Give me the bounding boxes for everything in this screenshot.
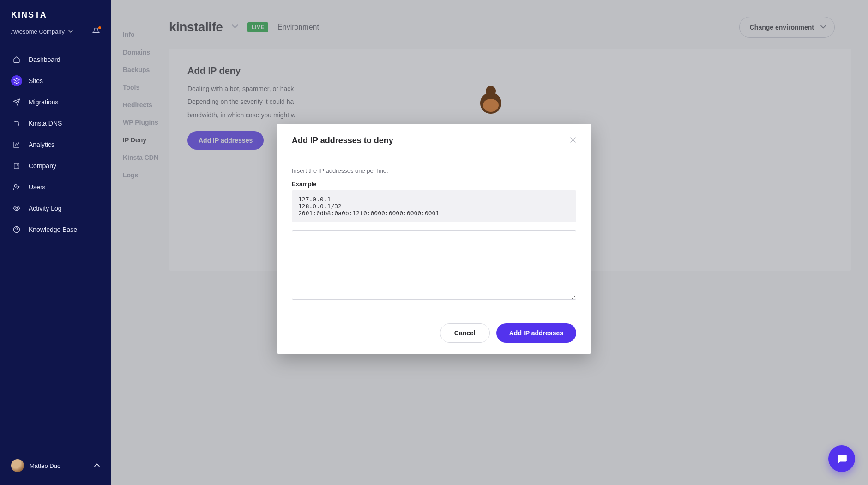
modal-title: Add IP addresses to deny [292,136,570,146]
nav-label: Analytics [29,141,54,148]
notification-dot [98,26,101,29]
nav-label: Company [29,162,56,170]
svg-point-1 [18,125,19,126]
avatar [11,459,24,472]
nav-label: Kinsta DNS [29,120,62,127]
home-icon [11,54,22,65]
company-name: Awesome Company [11,28,65,35]
primary-nav: Dashboard Sites Migrations Kinsta DNS An… [0,46,111,243]
nav-activity-log[interactable]: Activity Log [0,198,111,219]
nav-kinsta-dns[interactable]: Kinsta DNS [0,113,111,134]
example-label: Example [292,181,576,188]
chevron-up-icon [94,462,100,469]
modal-hint: Insert the IP addresses one per line. [292,167,576,174]
building-icon [11,160,22,171]
company-switcher[interactable]: Awesome Company [0,24,111,46]
help-icon [11,224,22,235]
nav-label: Users [29,183,46,191]
confirm-add-ip-button[interactable]: Add IP addresses [496,323,576,343]
notifications-icon[interactable] [92,27,100,36]
nav-label: Activity Log [29,205,62,212]
chevron-down-icon [68,28,73,35]
chat-fab[interactable] [828,445,855,472]
svg-point-3 [14,185,17,187]
nav-label: Dashboard [29,56,60,63]
nav-label: Knowledge Base [29,226,77,233]
cancel-button[interactable]: Cancel [440,323,490,343]
close-icon[interactable] [570,137,576,145]
user-plus-icon [11,182,22,193]
add-ip-deny-modal: Add IP addresses to deny Insert the IP a… [277,124,591,354]
user-menu[interactable]: Matteo Duo [0,451,111,485]
svg-point-4 [16,207,18,209]
svg-rect-2 [14,163,19,169]
nav-migrations[interactable]: Migrations [0,91,111,113]
chat-icon [836,453,848,465]
ip-addresses-input[interactable] [292,230,576,300]
nav-label: Sites [29,77,43,85]
empty-state-illustration [480,92,501,114]
nav-users[interactable]: Users [0,176,111,198]
nav-sites[interactable]: Sites [0,70,111,91]
send-icon [11,97,22,108]
eye-icon [11,203,22,214]
sidebar: KINSTA Awesome Company Dashboard Sites [0,0,111,485]
user-name: Matteo Duo [30,462,60,469]
brand-logo: KINSTA [0,0,111,24]
nav-analytics[interactable]: Analytics [0,134,111,155]
chart-icon [11,139,22,150]
nav-company[interactable]: Company [0,155,111,176]
svg-point-0 [14,121,16,122]
nav-dashboard[interactable]: Dashboard [0,49,111,70]
nav-knowledge-base[interactable]: Knowledge Base [0,219,111,240]
layers-icon [11,75,22,86]
branch-icon [11,118,22,129]
nav-label: Migrations [29,98,59,106]
example-block: 127.0.0.1 128.0.0.1/32 2001:0db8:0a0b:12… [292,190,576,222]
